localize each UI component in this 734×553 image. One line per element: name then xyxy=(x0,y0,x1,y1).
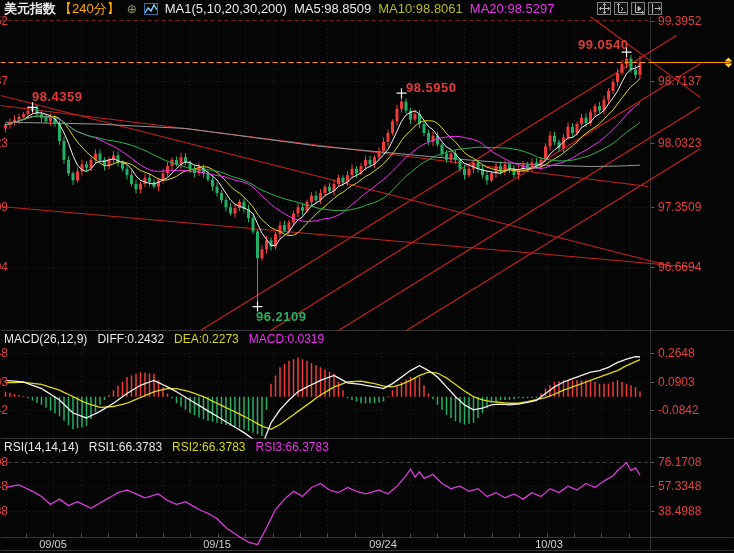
chart-toolbar xyxy=(597,2,662,15)
rsi3-value: RSI3:66.3783 xyxy=(256,440,329,454)
trading-chart-window: { "header": { "symbol": "美元指数", "period"… xyxy=(0,0,734,553)
rsi-axis-label: 57.3348 xyxy=(658,479,732,493)
chart-header: 美元指数 【240分】 ⊕ MA1(5,10,20,30,200) MA5:98… xyxy=(4,0,554,17)
rsi2-value: RSI2:66.3783 xyxy=(172,440,245,454)
price-axis-label: 98.7137 xyxy=(658,74,732,88)
macd-axis-label-left: -0.0842 xyxy=(0,403,8,417)
rsi-axis-label-left: 76.1708 xyxy=(0,455,8,469)
macd-axis-label: 0.0903 xyxy=(658,375,732,389)
date-axis-label: 09/24 xyxy=(361,538,405,550)
price-axis-label-left: 98.7137 xyxy=(0,74,8,88)
price-annotation-low: 96.2109 xyxy=(256,309,307,324)
date-axis-label: 10/03 xyxy=(527,538,571,550)
ma10-value: MA10:98.8061 xyxy=(378,1,463,16)
macd-diff-value: DIFF:0.2432 xyxy=(97,332,164,346)
macd-dea-value: DEA:0.2273 xyxy=(174,332,239,346)
price-chart-canvas[interactable] xyxy=(0,0,734,553)
x-axis-scale-icon[interactable] xyxy=(631,2,645,15)
pan-tool-icon[interactable] xyxy=(597,2,611,15)
rsi-axis-label: 76.1708 xyxy=(658,455,732,469)
price-axis-label: 97.3509 xyxy=(658,200,732,214)
period-selector[interactable]: 【240分】 xyxy=(59,0,120,18)
ma20-value: MA20:98.5297 xyxy=(470,1,555,16)
rsi-header: RSI(14,14,14) RSI1:66.3783 RSI2:66.3783 … xyxy=(4,439,329,455)
rsi-title[interactable]: RSI(14,14,14) xyxy=(4,440,79,454)
price-axis-label: 96.6694 xyxy=(658,260,732,274)
rsi-axis-label-left: 57.3348 xyxy=(0,479,8,493)
price-axis-label: 99.3952 xyxy=(658,14,732,28)
collapse-panel-icon[interactable] xyxy=(648,2,662,15)
rsi-axis-label: 38.4988 xyxy=(658,504,732,518)
macd-axis-label: -0.0842 xyxy=(658,403,732,417)
price-axis-label-left: 97.3509 xyxy=(0,200,8,214)
price-axis-label: 98.0323 xyxy=(658,136,732,150)
ma5-value: MA5:98.8509 xyxy=(294,1,371,16)
price-axis-label-left: 98.0323 xyxy=(0,136,8,150)
macd-header: MACD(26,12,9) DIFF:0.2432 DEA:0.2273 MAC… xyxy=(4,331,324,347)
rsi-axis-label-left: 38.4988 xyxy=(0,504,8,518)
price-annotation-high: 98.5950 xyxy=(406,80,457,95)
add-indicator-icon[interactable]: ⊕ xyxy=(127,2,137,16)
symbol-title: 美元指数 xyxy=(4,0,56,18)
macd-title[interactable]: MACD(26,12,9) xyxy=(4,332,87,346)
date-axis-label: 09/15 xyxy=(195,538,239,550)
macd-axis-label-left: 0.0903 xyxy=(0,375,8,389)
date-axis-label: 09/05 xyxy=(31,538,75,550)
price-annotation-high: 98.4359 xyxy=(32,89,83,104)
price-axis-label-left: 96.6694 xyxy=(0,260,8,274)
macd-axis-label-left: 0.2648 xyxy=(0,346,8,360)
ma-settings-label: MA1(5,10,20,30,200) xyxy=(165,1,287,16)
chart-type-icon[interactable] xyxy=(144,3,158,15)
rsi1-value: RSI1:66.3783 xyxy=(89,440,162,454)
price-annotation-high: 99.0540 xyxy=(578,37,629,52)
macd-axis-label: 0.2648 xyxy=(658,346,732,360)
macd-macd-value: MACD:0.0319 xyxy=(249,332,324,346)
y-axis-scale-icon[interactable] xyxy=(614,2,628,15)
